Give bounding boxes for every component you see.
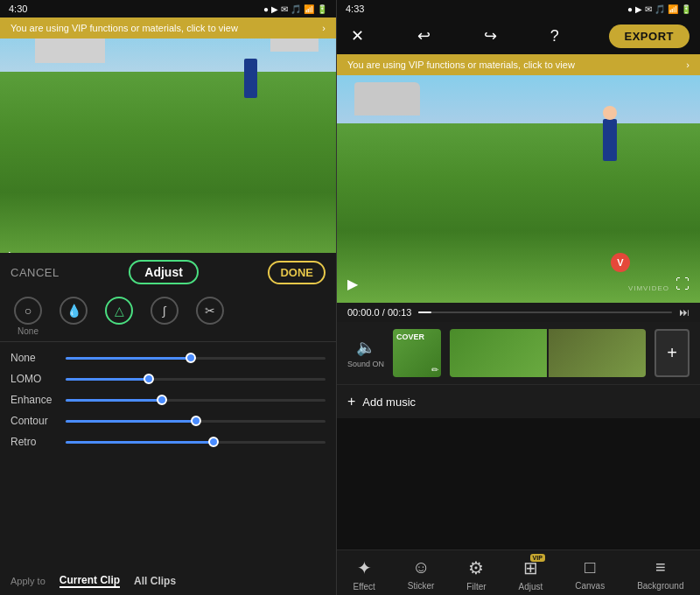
add-clip-button[interactable]: + <box>654 329 690 377</box>
left-video-preview: ▶ VIMVIDEO <box>0 38 336 253</box>
adj-name-none: None <box>10 352 59 364</box>
sound-icon: 🔈 <box>356 338 375 357</box>
filter-icons-row: ○ None 💧 △ ∫ ✂ <box>0 291 336 342</box>
left-status-bar: 4:30 ● ▶ ✉ 🎵 📶 🔋 <box>0 0 336 18</box>
adj-row-retro: Retro <box>0 431 336 452</box>
adj-slider-contour[interactable] <box>66 420 326 423</box>
left-play-button[interactable]: ▶ <box>9 248 19 254</box>
apply-to-label: Apply to <box>10 576 46 586</box>
fullscreen-button[interactable]: ⛶ <box>676 276 690 292</box>
right-grass <box>337 123 700 303</box>
grass-area <box>0 72 336 254</box>
clip-segment-1[interactable] <box>450 329 547 377</box>
right-sky <box>337 75 700 123</box>
effect-icon: ✦ <box>357 557 372 578</box>
filter-none[interactable]: ○ None <box>14 297 42 336</box>
sound-label: Sound ON <box>347 360 384 368</box>
right-video-preview: ▶ V VIMVIDEO ⛶ <box>337 75 700 303</box>
redo-button[interactable]: ↪ <box>480 23 500 49</box>
right-panel: 4:33 ● ▶ ✉ 🎵 📶 🔋 ✕ ↩ ↪ ? EXPORT You are … <box>337 0 700 595</box>
adj-name-retro: Retro <box>10 436 59 448</box>
current-time-display: 00:00.0 / 00:13 <box>347 307 411 318</box>
adj-slider-enhance[interactable] <box>66 399 326 402</box>
adj-row-none: None <box>0 347 336 368</box>
adjust-label: Adjust <box>519 582 543 592</box>
left-status-icons: ● ▶ ✉ 🎵 📶 🔋 <box>263 4 327 14</box>
adj-name-enhance: Enhance <box>10 394 59 406</box>
none-label: None <box>18 326 38 336</box>
left-vip-text: You are using VIP functions or materials… <box>10 23 238 33</box>
cover-thumbnail[interactable]: COVER ✏ <box>393 329 441 377</box>
filter-label: Filter <box>466 582 486 592</box>
sound-control[interactable]: 🔈 Sound ON <box>347 338 384 368</box>
add-music-row[interactable]: + Add music <box>337 384 700 418</box>
van-shape <box>35 38 105 63</box>
adj-slider-none[interactable] <box>66 357 326 360</box>
adjust-active-button[interactable]: Adjust <box>129 260 199 284</box>
adj-row-enhance: Enhance <box>0 389 336 410</box>
toolbar-sticker[interactable]: ☺ Sticker <box>408 557 435 592</box>
drop-icon: 💧 <box>60 297 88 325</box>
help-button[interactable]: ? <box>547 24 563 49</box>
adj-name-contour: Contour <box>10 415 59 427</box>
timeline-progress-bar[interactable] <box>418 312 672 313</box>
filter-icon: ⚙ <box>468 557 484 578</box>
watermark-icon: V <box>617 257 623 268</box>
right-person-head <box>603 106 617 120</box>
done-button[interactable]: DONE <box>268 261 326 284</box>
timeline-progress-fill <box>418 312 430 313</box>
right-status-icons: ● ▶ ✉ 🎵 📶 🔋 <box>627 4 691 14</box>
van-right <box>270 38 318 52</box>
undo-button[interactable]: ↩ <box>414 23 434 49</box>
background-icon: ≡ <box>655 557 666 578</box>
filter-scissors[interactable]: ✂ <box>196 297 224 336</box>
right-vip-arrow: › <box>686 60 690 70</box>
right-van <box>354 82 420 116</box>
adj-row-contour: Contour <box>0 410 336 431</box>
person-shape <box>244 59 257 98</box>
adjust-icon: ⊞ VIP <box>523 557 538 578</box>
cover-edit-icon: ✏ <box>431 365 438 374</box>
right-person-body <box>603 119 617 161</box>
close-button[interactable]: ✕ <box>347 23 368 49</box>
export-button[interactable]: EXPORT <box>609 24 690 48</box>
add-music-plus-icon: + <box>347 394 355 410</box>
left-time: 4:30 <box>9 4 27 14</box>
add-clip-icon: + <box>667 343 677 363</box>
filter-triangle[interactable]: △ <box>105 297 133 336</box>
background-label: Background <box>637 581 683 591</box>
apply-current-clip[interactable]: Current Clip <box>60 574 120 588</box>
left-vip-banner[interactable]: You are using VIP functions or materials… <box>0 18 336 38</box>
video-clips-strip <box>450 329 646 377</box>
sticker-icon: ☺ <box>412 557 430 578</box>
watermark-badge: V <box>611 253 630 272</box>
filter-drop[interactable]: 💧 <box>60 297 88 336</box>
right-video-scene <box>337 75 700 303</box>
clip-segment-2[interactable] <box>549 329 646 377</box>
skip-end-button[interactable]: ⏭ <box>679 306 690 318</box>
left-panel: 4:30 ● ▶ ✉ 🎵 📶 🔋 You are using VIP funct… <box>0 0 337 595</box>
left-video-scene: ▶ VIMVIDEO <box>0 38 336 253</box>
adj-slider-lomo[interactable] <box>66 378 326 381</box>
right-time: 4:33 <box>346 4 364 14</box>
left-vip-arrow: › <box>322 23 326 33</box>
apply-all-clips[interactable]: All Clips <box>134 575 176 587</box>
right-vip-text: You are using VIP functions or materials… <box>347 60 575 70</box>
toolbar-adjust[interactable]: ⊞ VIP Adjust <box>519 557 543 592</box>
scissors-icon: ✂ <box>196 297 224 325</box>
toolbar-canvas[interactable]: □ Canvas <box>575 557 605 592</box>
right-play-button[interactable]: ▶ <box>347 276 358 292</box>
adj-slider-retro[interactable] <box>66 441 326 444</box>
toolbar-effect[interactable]: ✦ Effect <box>353 557 374 592</box>
add-music-label: Add music <box>362 396 416 409</box>
right-topbar: ✕ ↩ ↪ ? EXPORT <box>337 18 700 54</box>
filter-curve[interactable]: ∫ <box>150 297 178 336</box>
adj-row-lomo: LOMO <box>0 368 336 389</box>
triangle-icon: △ <box>105 297 133 325</box>
cancel-button[interactable]: CANCEL <box>10 266 60 279</box>
apply-to-row: Apply to Current Clip All Clips <box>0 567 336 595</box>
toolbar-background[interactable]: ≡ Background <box>637 557 683 592</box>
sticker-label: Sticker <box>408 581 435 591</box>
toolbar-filter[interactable]: ⚙ Filter <box>466 557 486 592</box>
right-vip-banner[interactable]: You are using VIP functions or materials… <box>337 54 700 75</box>
